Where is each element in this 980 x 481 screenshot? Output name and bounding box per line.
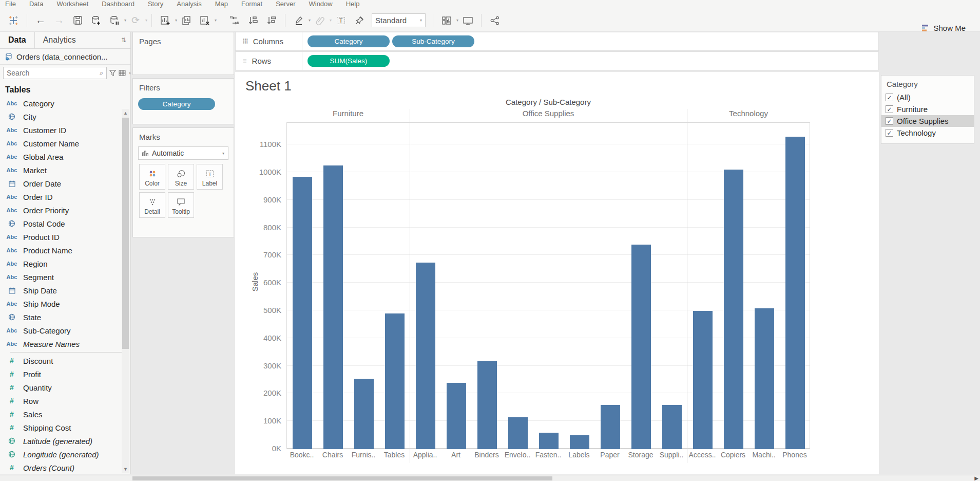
bar-machi[interactable] — [755, 308, 774, 449]
x-axis-label[interactable]: Binders — [471, 451, 502, 459]
view-grid-caret-icon[interactable]: ▾ — [129, 71, 131, 76]
x-axis-label[interactable]: Paper — [594, 451, 625, 459]
sort-ascending-button[interactable] — [245, 12, 261, 29]
field-item[interactable]: State — [5, 310, 130, 324]
field-item[interactable]: City — [5, 110, 130, 123]
x-axis-label[interactable]: Storage — [625, 451, 656, 459]
rows-shelf[interactable]: ≡ Rows SUM(Sales) — [235, 51, 879, 70]
bar-suppli[interactable] — [662, 405, 682, 449]
panel-header-technology[interactable]: Technology — [687, 109, 810, 121]
search-input[interactable] — [7, 69, 100, 77]
field-item[interactable]: Longitude (generated) — [5, 448, 130, 461]
x-axis-label[interactable]: Suppli.. — [656, 451, 687, 459]
bar-fasten[interactable] — [539, 433, 559, 449]
field-item[interactable]: AbcMeasure Names — [5, 337, 130, 350]
presentation-mode-button[interactable] — [460, 12, 475, 29]
menu-file[interactable]: File — [5, 0, 16, 8]
scrollbar-thumb[interactable] — [132, 476, 552, 480]
pill-category[interactable]: Category — [308, 35, 390, 47]
field-item[interactable]: #Sales — [5, 408, 130, 421]
bar-phones[interactable] — [785, 137, 805, 449]
tab-data[interactable]: Data — [0, 32, 34, 48]
field-item[interactable]: #Orders (Count) — [5, 461, 130, 474]
bar-furnis[interactable] — [354, 379, 374, 449]
x-axis-label[interactable]: Bookc.. — [286, 451, 317, 459]
checkbox-icon[interactable]: ✓ — [886, 117, 893, 125]
search-box[interactable]: ⌕ — [3, 67, 107, 79]
pill-sum-sales-[interactable]: SUM(Sales) — [308, 55, 390, 67]
pause-auto-updates-button[interactable] — [107, 12, 122, 29]
panel-header-office-supplies[interactable]: Office Supplies — [410, 109, 687, 121]
horizontal-scrollbar[interactable]: ▶ — [0, 475, 980, 481]
x-axis-label[interactable]: Applia.. — [410, 451, 440, 459]
menu-story[interactable]: Story — [148, 0, 163, 8]
menu-server[interactable]: Server — [276, 0, 295, 8]
x-axis-label[interactable]: Machi.. — [748, 451, 779, 459]
field-item[interactable]: #Row — [5, 394, 130, 408]
x-axis-label[interactable]: Art — [440, 451, 471, 459]
menu-format[interactable]: Format — [241, 0, 262, 8]
color-button[interactable]: Color — [139, 164, 165, 190]
detail-button[interactable]: Detail — [139, 192, 165, 218]
filter-option-office-supplies[interactable]: ✓Office Supplies — [881, 115, 974, 127]
show-hide-cards-button[interactable] — [439, 12, 454, 29]
x-axis-label[interactable]: Copiers — [718, 451, 748, 459]
field-item[interactable]: AbcCustomer Name — [5, 137, 130, 150]
bar-art[interactable] — [447, 383, 466, 449]
scroll-right-icon[interactable]: ▶ — [974, 475, 978, 481]
filter-option-technology[interactable]: ✓Technology — [881, 127, 974, 139]
bar-chairs[interactable] — [323, 165, 343, 449]
field-list-scrollbar[interactable]: ▲ ▼ — [122, 109, 129, 473]
clear-sheet-caret-icon[interactable]: ▾ — [215, 18, 217, 23]
field-item[interactable]: AbcMarket — [5, 163, 130, 177]
new-worksheet-caret-icon[interactable]: ▾ — [175, 18, 177, 23]
tab-analytics[interactable]: Analytics — [34, 32, 121, 48]
field-item[interactable]: AbcProduct Name — [5, 244, 130, 257]
x-axis-label[interactable]: Fasten.. — [533, 451, 564, 459]
show-hide-cards-caret-icon[interactable]: ▾ — [456, 18, 458, 23]
field-item[interactable]: AbcProduct ID — [5, 230, 130, 244]
menu-dashboard[interactable]: Dashboard — [102, 0, 134, 8]
x-axis-label[interactable]: Access.. — [687, 451, 718, 459]
field-item[interactable]: AbcSub-Category — [5, 324, 130, 337]
columns-shelf[interactable]: ⫶⫶⫶ Columns CategorySub-Category — [235, 32, 879, 51]
field-item[interactable]: AbcShip Mode — [5, 297, 130, 310]
new-worksheet-button[interactable] — [158, 12, 173, 29]
scrollbar-thumb[interactable] — [122, 118, 129, 349]
filter-fields-icon[interactable] — [109, 70, 116, 76]
x-axis-label[interactable]: Envelo.. — [502, 451, 533, 459]
x-axis-label[interactable]: Phones — [779, 451, 810, 459]
bar-access[interactable] — [693, 311, 713, 449]
x-axis-label[interactable]: Tables — [379, 451, 410, 459]
x-axis-label[interactable]: Furnis.. — [348, 451, 379, 459]
menu-data[interactable]: Data — [29, 0, 43, 8]
field-item[interactable]: #Shipping Cost — [5, 421, 130, 434]
mark-type-dropdown[interactable]: Automatic ▾ — [138, 146, 228, 160]
size-button[interactable]: Size — [168, 164, 194, 190]
field-item[interactable]: AbcRegion — [5, 257, 130, 270]
duplicate-button[interactable] — [179, 12, 194, 29]
panel-header-furniture[interactable]: Furniture — [286, 109, 410, 121]
bar-labels[interactable] — [570, 435, 589, 449]
field-item[interactable]: Postal Code — [5, 217, 130, 230]
field-item[interactable]: Latitude (generated) — [5, 434, 130, 448]
field-item[interactable]: Order Date — [5, 177, 130, 190]
show-me-button[interactable]: Show Me — [921, 24, 966, 32]
sort-descending-button[interactable] — [264, 12, 279, 29]
menu-worksheet[interactable]: Worksheet — [56, 0, 88, 8]
label-button[interactable]: TLabel — [197, 164, 223, 190]
save-button[interactable] — [70, 12, 85, 29]
pill-sub-category[interactable]: Sub-Category — [392, 35, 474, 47]
field-item[interactable]: #Profit — [5, 367, 130, 381]
field-item[interactable]: AbcCustomer ID — [5, 123, 130, 137]
bar-binders[interactable] — [477, 361, 497, 449]
scroll-up-icon[interactable]: ▲ — [122, 109, 129, 117]
swap-rows-columns-button[interactable] — [227, 12, 242, 29]
show-mark-labels-button[interactable]: T — [333, 12, 349, 29]
fit-mode-select[interactable]: Standard ▾ — [372, 13, 426, 27]
pill-category[interactable]: Category — [138, 98, 215, 110]
group-caret-icon[interactable]: ▾ — [330, 18, 332, 23]
view-data-grid-icon[interactable] — [119, 70, 126, 76]
share-workbook-button[interactable] — [487, 12, 503, 29]
new-data-source-button[interactable] — [88, 12, 104, 29]
